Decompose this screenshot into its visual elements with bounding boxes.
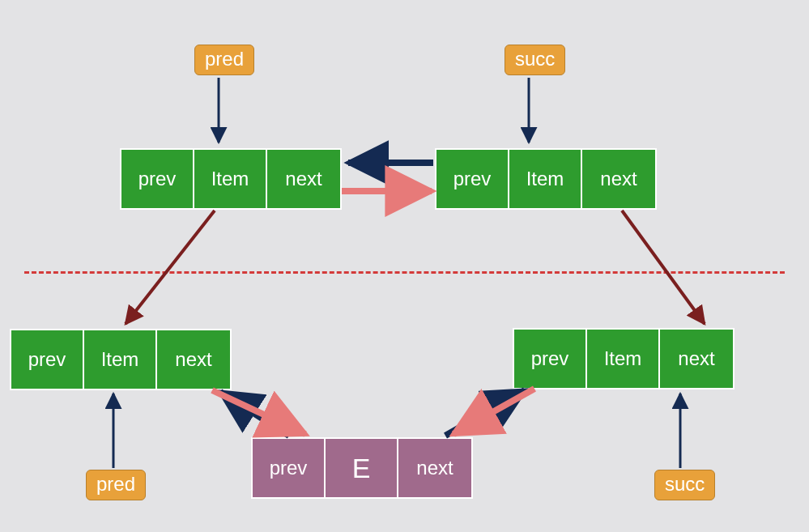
cell-item: Item	[587, 330, 660, 388]
divider-before-after	[24, 271, 785, 274]
cell-item: Item	[509, 150, 582, 208]
cell-next: next	[157, 330, 230, 389]
arrow-new-next	[445, 390, 525, 436]
node-new-e: prev E next	[251, 437, 473, 499]
cell-next: next	[582, 150, 655, 208]
cell-next: next	[267, 150, 340, 208]
cell-next: next	[398, 439, 471, 497]
cell-prev: prev	[121, 150, 194, 208]
node-bottom-right: prev Item next	[513, 328, 734, 389]
label-pred-bottom: pred	[86, 470, 146, 500]
label-succ-top: succ	[505, 45, 565, 75]
cell-prev: prev	[514, 330, 587, 388]
arrow-new-prev	[220, 392, 289, 436]
arrow-map-left	[126, 211, 215, 324]
cell-item: Item	[84, 330, 157, 389]
arrow-map-right	[622, 211, 705, 324]
node-top-right: prev Item next	[435, 148, 657, 210]
label-pred-top: pred	[194, 45, 254, 75]
arrow-botright-prev	[453, 389, 534, 434]
label-succ-bottom: succ	[654, 470, 715, 500]
cell-prev: prev	[436, 150, 509, 208]
cell-next: next	[660, 330, 733, 388]
cell-prev: prev	[253, 439, 326, 497]
arrow-botleft-next	[212, 390, 305, 434]
cell-prev: prev	[11, 330, 84, 389]
node-bottom-left: prev Item next	[10, 329, 232, 390]
node-top-left: prev Item next	[120, 148, 342, 210]
cell-e: E	[326, 439, 398, 497]
cell-item: Item	[194, 150, 267, 208]
